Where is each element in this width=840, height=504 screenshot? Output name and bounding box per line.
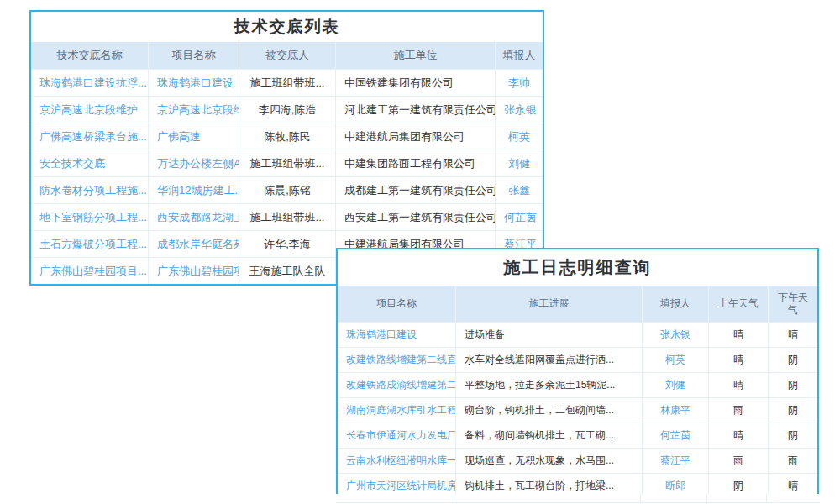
column-header: 被交底人 [239, 42, 336, 69]
column-header: 项目名称 [149, 42, 239, 69]
cell-link[interactable]: 成都水岸华庭名苑... [149, 231, 239, 257]
cell-text: 备料，砌间墙钩机排土，瓦工砌... [456, 423, 643, 448]
cell-link[interactable]: 柯英 [643, 348, 709, 372]
cell-link[interactable]: 柯英 [496, 123, 543, 150]
column-header: 技术交底名称 [31, 42, 149, 69]
table-row: 云南水利枢纽潜明水库一期工程现场巡查，无积水现象，水马围...蔡江平雨雨 [338, 448, 817, 473]
cell-text: 李四海,陈浩 [239, 97, 336, 123]
cell-link[interactable]: 长春市伊通河水力发电厂改建工程 [338, 423, 456, 448]
cell-link[interactable]: 刘健 [643, 373, 709, 397]
cell-link[interactable]: 防水卷材分项工程施... [31, 177, 149, 203]
construction-log-table-header: 项目名称施工进展填报人上午天气下午天气 [338, 286, 817, 322]
cell-link[interactable]: 土石方爆破分项工程... [31, 231, 149, 257]
cell-text: 阴 [769, 423, 817, 448]
cell-text: 雨 [769, 449, 817, 473]
clipped-cell [641, 494, 707, 502]
cell-link[interactable]: 蔡江平 [643, 449, 709, 473]
cell-link[interactable]: 华润12城房建工... [149, 177, 239, 203]
tech-disclosure-table-header: 技术交底名称项目名称被交底人施工单位填报人 [31, 42, 543, 69]
cell-link[interactable]: 广佛高速 [149, 123, 239, 150]
cell-text: 现场巡查，无积水现象，水马围... [456, 449, 643, 473]
tech-disclosure-table-panel: 技术交底列表 技术交底名称项目名称被交底人施工单位填报人 珠海鹤港口建设抗浮..… [29, 10, 544, 286]
cell-link[interactable]: 广佛高速桥梁承台施... [31, 123, 149, 150]
cell-text: 河北建工第一建筑有限责任公司 [336, 97, 496, 123]
cell-link[interactable]: 张永银 [496, 97, 543, 123]
cell-text: 雨 [709, 398, 769, 423]
cell-link[interactable]: 广东佛山碧桂园项目... [31, 258, 149, 284]
construction-log-table-panel: 施工日志明细查询 项目名称施工进展填报人上午天气下午天气 珠海鹤港口建设进场准备… [336, 248, 819, 500]
tech-disclosure-table-title: 技术交底列表 [31, 12, 543, 42]
cell-link[interactable]: 李帅 [496, 70, 543, 96]
table-row: 安全技术交底万达办公楼左侧A...施工班组带班...中建集团路面工程有限公司刘健 [31, 150, 543, 176]
cell-text: 平整场地，拉走多余泥土15辆泥... [456, 373, 643, 397]
cell-text: 阴 [769, 348, 817, 372]
cell-link[interactable]: 何芷茵 [643, 423, 709, 448]
cell-link[interactable]: 张永银 [643, 323, 709, 347]
cell-link[interactable]: 改建铁路线增建第二线直通线 [338, 348, 456, 372]
table-row: 珠海鹤港口建设抗浮...珠海鹤港口建设施工班组带班...中国铁建集团有限公司李帅 [31, 69, 543, 96]
cell-text: 晴 [709, 323, 769, 347]
cell-link[interactable]: 刘健 [496, 150, 543, 176]
cell-text: 晴 [769, 323, 817, 347]
cell-link[interactable]: 安全技术交底 [31, 150, 149, 176]
cell-text: 成都建工第一建筑有限责任公司 [336, 177, 496, 203]
table-row: 改建铁路线增建第二线直通线水车对全线遮阳网覆盖点进行洒...柯英晴阴 [338, 347, 817, 372]
cell-link[interactable]: 京沪高速北京段维护 [31, 97, 149, 123]
cell-link[interactable]: 广东佛山碧桂园项目 [149, 258, 239, 284]
cell-text: 晴 [709, 423, 769, 448]
cell-link[interactable]: 改建铁路成渝线增建第二直通线 [338, 373, 456, 397]
cell-text: 陈晨,陈铭 [239, 177, 336, 203]
cell-text: 进场准备 [456, 323, 643, 347]
cell-text: 砌台阶，钩机排土，二包砌间墙... [456, 398, 643, 423]
table-row: 广佛高速桥梁承台施...广佛高速陈牧,陈民中建港航局集团有限公司柯英 [31, 123, 543, 150]
column-header: 填报人 [643, 286, 709, 322]
cell-link[interactable]: 湖南洞庭湖水库引水工程施工项目 [338, 398, 456, 423]
cell-text: 许华,李海 [239, 231, 336, 257]
cell-link[interactable]: 珠海鹤港口建设 [149, 70, 239, 96]
cell-text: 阴 [769, 373, 817, 397]
clipped-cell [767, 494, 816, 502]
table-row: 湖南洞庭湖水库引水工程施工项目砌台阶，钩机排土，二包砌间墙...林康平雨阴 [338, 397, 817, 423]
cell-link[interactable]: 万达办公楼左侧A... [149, 150, 239, 176]
column-header: 上午天气 [709, 286, 769, 322]
clipped-next-row [336, 494, 819, 503]
table-row: 京沪高速北京段维护京沪高速北京段维修李四海,陈浩河北建工第一建筑有限责任公司张永… [31, 96, 543, 123]
column-header: 填报人 [496, 42, 543, 69]
cell-text: 雨 [709, 449, 769, 473]
table-row: 改建铁路成渝线增建第二直通线平整场地，拉走多余泥土15辆泥...刘健晴阴 [338, 372, 817, 397]
table-row: 防水卷材分项工程施...华润12城房建工...陈晨,陈铭成都建工第一建筑有限责任… [31, 176, 543, 203]
cell-link[interactable]: 地下室钢筋分项工程... [31, 204, 149, 230]
cell-text: 施工班组带班... [239, 150, 336, 176]
cell-link[interactable]: 西安成都路龙湖上... [149, 204, 239, 230]
construction-log-table-title: 施工日志明细查询 [338, 249, 817, 286]
table-row: 长春市伊通河水力发电厂改建工程备料，砌间墙钩机排土，瓦工砌...何芷茵晴阴 [338, 423, 817, 448]
cell-text: 王海施工队全队 [239, 258, 336, 284]
cell-link[interactable]: 京沪高速北京段维修 [149, 97, 239, 123]
cell-link[interactable]: 珠海鹤港口建设抗浮... [31, 70, 149, 96]
cell-link[interactable]: 林康平 [643, 398, 709, 423]
cell-text: 阴 [769, 398, 817, 423]
cell-text: 水车对全线遮阳网覆盖点进行洒... [456, 348, 643, 372]
clipped-cell [454, 494, 641, 502]
cell-text: 中国铁建集团有限公司 [336, 70, 496, 96]
cell-link[interactable]: 珠海鹤港口建设 [338, 323, 456, 347]
column-header: 下午天气 [769, 286, 817, 322]
cell-link[interactable]: 云南水利枢纽潜明水库一期工程 [338, 449, 456, 473]
construction-log-table-body: 珠海鹤港口建设进场准备张永银晴晴改建铁路线增建第二线直通线水车对全线遮阳网覆盖点… [338, 322, 817, 498]
clipped-cell [336, 494, 454, 502]
column-header: 施工进展 [456, 286, 643, 322]
table-row: 珠海鹤港口建设进场准备张永银晴晴 [338, 322, 817, 347]
cell-text: 中建港航局集团有限公司 [336, 123, 496, 150]
column-header: 施工单位 [336, 42, 496, 69]
table-row: 地下室钢筋分项工程...西安成都路龙湖上...施工班组带班...西安建工第一建筑… [31, 203, 543, 230]
clipped-cell [707, 494, 767, 502]
cell-text: 晴 [709, 373, 769, 397]
column-header: 项目名称 [338, 286, 456, 322]
cell-text: 晴 [709, 348, 769, 372]
cell-text: 中建集团路面工程有限公司 [336, 150, 496, 176]
cell-link[interactable]: 张鑫 [496, 177, 543, 203]
cell-text: 陈牧,陈民 [239, 123, 336, 150]
cell-link[interactable]: 何芷茵 [496, 204, 543, 230]
cell-text: 施工班组带班... [239, 70, 336, 96]
cell-text: 施工班组带班... [239, 204, 336, 230]
